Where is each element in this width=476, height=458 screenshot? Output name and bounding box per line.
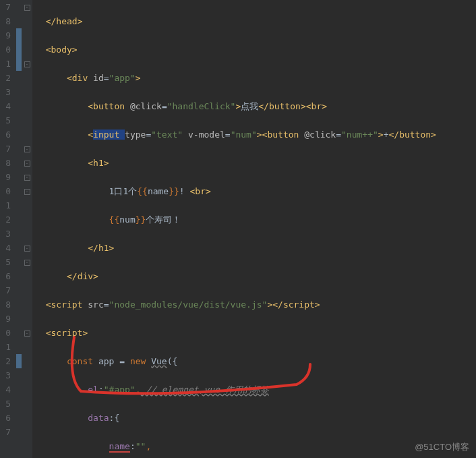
fold-icon[interactable]: - [24, 246, 30, 252]
watermark: @51CTO博客 [415, 440, 469, 454]
code-editor[interactable]: 7 8 9 0 1 2 3 4 5 6 7 8 9 0 1 2 3 4 5 6 … [0, 0, 476, 458]
fold-icon[interactable]: - [24, 61, 30, 67]
fold-gutter[interactable]: - - - - - - - - - [22, 0, 32, 458]
fold-icon[interactable]: - [24, 260, 30, 266]
line-number-gutter: 7 8 9 0 1 2 3 4 5 6 7 8 9 0 1 2 3 4 5 6 … [0, 0, 16, 458]
fold-icon[interactable]: - [24, 331, 30, 337]
change-marker-gutter [16, 0, 22, 458]
fold-icon[interactable]: - [24, 175, 30, 181]
fold-icon[interactable]: - [24, 5, 30, 11]
code-area[interactable]: </head> <body> <div id="app"> <button @c… [32, 0, 476, 458]
fold-icon[interactable]: - [24, 189, 30, 195]
fold-icon[interactable]: - [24, 161, 30, 167]
fold-icon[interactable]: - [24, 146, 30, 152]
